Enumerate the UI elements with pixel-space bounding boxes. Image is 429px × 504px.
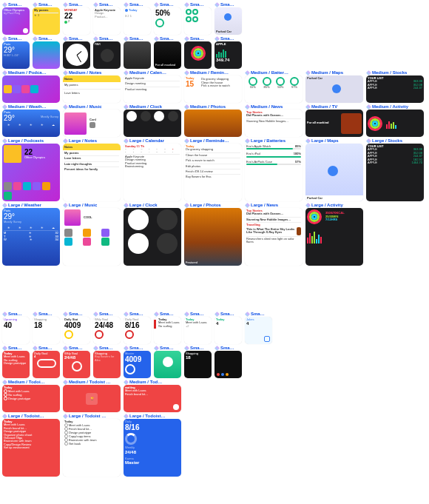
label-small: Sma… bbox=[214, 346, 243, 351]
widget-notes-large[interactable]: NotesMy poemsLove lettersLate night thou… bbox=[63, 144, 121, 201]
sparkle-icon bbox=[184, 203, 189, 208]
widget-activity-large[interactable]: 350/670KCAL25/30MIN7/12HRS bbox=[305, 208, 363, 266]
widget-todoist-done-small[interactable] bbox=[154, 351, 181, 378]
widget-maps-medium[interactable]: Parked Car bbox=[305, 75, 363, 103]
widget-todoist-shopping-small[interactable]: Shopping18 bbox=[33, 317, 60, 344]
widget-music-small[interactable] bbox=[33, 41, 60, 69]
widget-todoist-jokes-small[interactable]: Jokes4 bbox=[245, 317, 272, 344]
widget-todoist-large-2[interactable]: TodayMeet with LauraFinish brand kit…Des… bbox=[63, 419, 121, 477]
circle-icon[interactable] bbox=[64, 442, 68, 446]
widget-clock-medium[interactable] bbox=[124, 110, 181, 137]
widget-todoist-medium[interactable]: TodayMeet with LauraGo surfingDesign pro… bbox=[2, 385, 60, 412]
widget-news-medium[interactable]: Top StoriesDid Planets with Oceans…Stunn… bbox=[245, 110, 303, 137]
widget-podcasts-small[interactable]: Office Olympicsby Paul Feig bbox=[2, 7, 30, 35]
widget-calendar-medium[interactable]: Apple KeynoteDesign meetingProduct meeti… bbox=[124, 75, 181, 103]
widget-todoist-wkly-red-small[interactable]: Wkly Goal24/48 bbox=[63, 351, 90, 378]
widget-stocks-small[interactable]: APPLE349.74 bbox=[214, 41, 242, 69]
sparkle-icon bbox=[124, 2, 129, 7]
widget-weather-medium[interactable]: Paris29°Mostly Sunny☀☀☀☀☁ bbox=[2, 110, 60, 137]
widget-stocks-medium[interactable]: YOUR LISTAPPLE363.38APPLE352.08APPLE244.… bbox=[366, 75, 424, 103]
label-large: Large / Podcasts bbox=[2, 138, 61, 144]
activity-rings-icon bbox=[307, 209, 322, 224]
widget-todoist-karma-small[interactable]: Daily Stat4009 bbox=[63, 317, 90, 344]
sparkle-icon bbox=[154, 346, 159, 351]
thumb-icon bbox=[101, 229, 109, 237]
widget-todoist-dots-small[interactable] bbox=[214, 351, 242, 378]
widget-clock-large[interactable] bbox=[124, 208, 181, 266]
widget-stocks-large[interactable]: YOUR LISTAPPLE363.38APPLE352.08APPLE244.… bbox=[366, 144, 424, 201]
widget-calendar-small-2[interactable]: Apple KeynoteDesignProduct… bbox=[93, 7, 121, 35]
widget-battery-small[interactable]: 50% bbox=[154, 7, 181, 35]
widget-news-large[interactable]: Top StoriesDid Planets with Oceans…Stunn… bbox=[245, 208, 303, 266]
label-small: Sma… bbox=[63, 312, 92, 317]
widget-worldclock-small[interactable]: PAR bbox=[93, 41, 121, 69]
widget-maps-large[interactable]: Parked Car bbox=[305, 144, 363, 201]
widget-todoist-alt-medium[interactable]: 🏆 bbox=[63, 385, 121, 412]
sparkle-icon bbox=[93, 312, 98, 317]
widget-clock-small[interactable] bbox=[63, 41, 90, 69]
dot-icon bbox=[64, 21, 67, 24]
podcast-art-icon bbox=[4, 192, 12, 200]
widget-batteries-small[interactable] bbox=[184, 7, 212, 35]
widget-todoist-today-small[interactable]: TodayMeet with LauraGo surfing bbox=[154, 317, 181, 344]
label-small: Sma… bbox=[154, 36, 183, 41]
widget-activity-small[interactable] bbox=[184, 41, 212, 69]
widget-todoist-daily-red-small[interactable]: Daily Goal4 bbox=[33, 351, 60, 378]
label-large: Large / Calendar bbox=[124, 138, 183, 144]
podcast-art-icon bbox=[13, 182, 21, 190]
widget-weather-small[interactable]: Paris29°H:30° L:24° bbox=[2, 41, 30, 69]
podcast-art-icon bbox=[4, 182, 12, 190]
sparkle-icon bbox=[305, 70, 311, 75]
widget-podcasts-large[interactable]: 22Office Olympics bbox=[2, 144, 60, 201]
sparkle-icon bbox=[63, 380, 68, 385]
label-small: Sma… bbox=[124, 312, 152, 317]
widget-batteries-large[interactable]: Evo's Apple Watch85%Evo's iPad100%Evo's … bbox=[245, 144, 303, 201]
album-art-icon bbox=[64, 209, 81, 226]
thumb-icon bbox=[101, 238, 109, 246]
widget-batteries-medium[interactable]: 55%85%50%97% bbox=[245, 75, 303, 103]
widget-todoist-today-red-small[interactable]: TodayMeet with LauraGo surfingDesign pro… bbox=[2, 351, 30, 378]
sparkle-icon bbox=[184, 70, 189, 75]
widget-todoist-today-small-2[interactable]: TodayMeet with Laura+2 bbox=[184, 317, 212, 344]
widget-todoist-daily-small[interactable]: Daily Goal8/16 bbox=[124, 317, 151, 344]
widget-todoist-weekly-small[interactable]: Wkly Goal24/48 bbox=[93, 317, 121, 344]
widget-photos-medium[interactable] bbox=[184, 110, 242, 137]
widget-todoist-large[interactable]: TodayMeet with LauraFinish brand kit…Des… bbox=[2, 419, 60, 477]
widget-todoist-master-blue-small[interactable]: Master4009 bbox=[124, 351, 151, 378]
widget-tv-medium[interactable]: For all mankind bbox=[305, 110, 363, 137]
widget-tv-small[interactable]: For all mankind bbox=[154, 41, 181, 69]
widget-reminders-large[interactable]: TodayDo grocery shoppingClean the houseP… bbox=[184, 144, 242, 201]
label-small: Sma… bbox=[2, 2, 31, 7]
widget-music-large[interactable]: COOL bbox=[63, 208, 121, 266]
label-large: Large / Activity bbox=[305, 203, 365, 208]
widget-photos-small[interactable] bbox=[124, 41, 151, 69]
widget-activity-medium[interactable] bbox=[366, 110, 424, 137]
sparkle-icon bbox=[184, 104, 189, 110]
widget-photos-large[interactable]: Featured bbox=[184, 208, 242, 266]
sparkle-icon bbox=[93, 346, 98, 351]
label-small: Sma… bbox=[33, 36, 61, 41]
widget-todoist-master-large[interactable]: Daily8/16Weekly24/48KarmaMaster bbox=[124, 419, 181, 477]
widget-maps-small[interactable]: Parked Car bbox=[214, 7, 242, 35]
widget-music-medium[interactable]: Conl bbox=[63, 110, 121, 137]
widget-weather-large[interactable]: Paris29°Mostly Sunny☀☀☀☀☁M☀32T☀33W☀34 bbox=[2, 208, 60, 266]
widget-reminders-medium[interactable]: Today15Do grocery shoppingClean the hous… bbox=[184, 75, 242, 103]
widget-todoist-today-green-small[interactable]: Today4 bbox=[214, 317, 242, 344]
activity-bars-icon bbox=[386, 118, 396, 129]
widget-notes-small[interactable]: My poems★ 3 bbox=[33, 7, 60, 35]
sparkle-icon bbox=[366, 138, 371, 144]
sparkle-icon bbox=[33, 312, 38, 317]
widget-reminders-small[interactable]: Today3 2 1 bbox=[124, 7, 151, 35]
label-medium: Medium / Podca… bbox=[2, 70, 61, 75]
widget-calendar-small[interactable]: MONDAY222 bbox=[63, 7, 90, 35]
widget-todoist-waiting-medium[interactable]: waitingMeet with LauraFinish brand kit… bbox=[124, 385, 181, 412]
widget-todoist-shopping-dark-small[interactable]: Shopping18 bbox=[184, 351, 212, 378]
widget-podcasts-medium[interactable] bbox=[2, 75, 60, 103]
widget-notes-medium[interactable]: NotesMy poemsLove letters bbox=[63, 75, 121, 103]
location-dot-icon bbox=[328, 166, 338, 176]
widget-todoist-upcoming-small[interactable]: Upcoming40 bbox=[2, 317, 30, 344]
add-icon[interactable] bbox=[173, 404, 179, 410]
widget-todoist-shopping-red-small[interactable]: ShoppingBuy flowers for Alex bbox=[93, 351, 121, 378]
widget-calendar-large[interactable]: Sunday 11 ThMTWTFSS1234567Apple KeynoteD… bbox=[124, 144, 181, 201]
podcast-art-icon bbox=[30, 85, 38, 93]
